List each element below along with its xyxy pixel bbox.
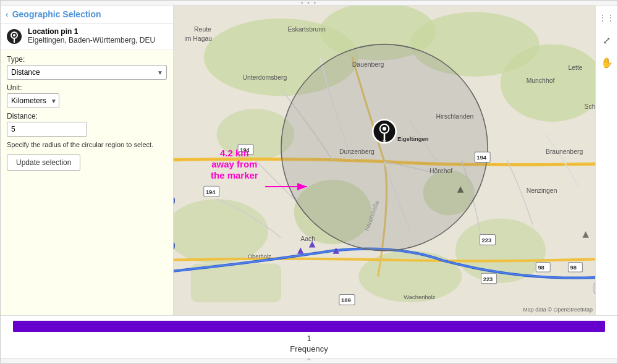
svg-text:Nenzingen: Nenzingen: [527, 187, 557, 194]
location-detail: Eigeltingen, Baden-Württemberg, DEU: [28, 36, 155, 46]
panel-title: Geographic Selection: [12, 9, 101, 19]
svg-text:Lette: Lette: [568, 64, 582, 71]
bottom-handle-icon: ⌃: [305, 357, 313, 365]
unit-label: Unit:: [7, 83, 167, 92]
bottom-section: 1 Frequency: [1, 315, 617, 358]
main-container: • • • ‹ Geographic Selection Location pi…: [0, 0, 618, 364]
frequency-label: Frequency: [290, 344, 328, 353]
toolbar-dots-button[interactable]: ⋮⋮: [598, 9, 616, 27]
svg-text:Aach: Aach: [300, 235, 315, 242]
svg-text:Hirschlanden: Hirschlanden: [436, 113, 474, 120]
right-toolbar: ⋮⋮ ⤢ ✋: [595, 6, 617, 315]
svg-text:Braunenberg: Braunenberg: [546, 148, 583, 155]
svg-text:Eigeltingen: Eigeltingen: [397, 135, 429, 142]
svg-text:189: 189: [341, 297, 351, 303]
content-area: ‹ Geographic Selection Location pin 1 Ei…: [1, 6, 617, 315]
location-info: Location pin 1 Eigeltingen, Baden-Württe…: [28, 27, 155, 46]
location-row: Location pin 1 Eigeltingen, Baden-Württe…: [1, 23, 173, 50]
toolbar-expand-button[interactable]: ⤢: [598, 32, 616, 49]
hint-text: Specify the radius of the circular regio…: [7, 140, 167, 150]
svg-text:Dunzenberg: Dunzenberg: [339, 148, 375, 155]
svg-text:Hörehof: Hörehof: [430, 167, 452, 174]
type-select-wrapper: Distance Polygon Circle ▼: [7, 65, 167, 80]
type-label: Type:: [7, 55, 167, 64]
frequency-number: 1: [307, 334, 311, 343]
map-area[interactable]: Dunzenberg Unterdomsberg Dauenberg Hirsc…: [174, 6, 595, 315]
svg-text:194: 194: [206, 188, 216, 195]
unit-select[interactable]: Kilometers Miles Meters: [7, 93, 59, 108]
svg-text:194: 194: [476, 154, 486, 161]
type-select[interactable]: Distance Polygon Circle: [7, 65, 167, 80]
frequency-bar-fill: [13, 321, 605, 332]
svg-text:im Hagau: im Hagau: [184, 35, 212, 42]
svg-text:Reute: Reute: [194, 26, 211, 33]
update-selection-button[interactable]: Update selection: [7, 154, 80, 171]
svg-rect-13: [191, 264, 281, 303]
svg-text:Eskartsbrunn: Eskartsbrunn: [287, 26, 326, 33]
location-name: Location pin 1: [28, 27, 155, 36]
location-pin-icon: [6, 28, 23, 45]
distance-label: Distance:: [7, 112, 167, 121]
svg-text:98: 98: [538, 264, 544, 271]
svg-text:223: 223: [483, 276, 493, 282]
distance-row: Distance:: [7, 112, 167, 137]
unit-row: Unit: Kilometers Miles Meters ▼: [7, 83, 167, 108]
toolbar-dots-icon: ⋮⋮: [599, 14, 615, 22]
svg-text:223: 223: [482, 237, 492, 243]
type-row: Type: Distance Polygon Circle ▼: [7, 55, 167, 80]
form-area: Type: Distance Polygon Circle ▼ Unit:: [1, 50, 173, 315]
unit-input-row: Kilometers Miles Meters ▼: [7, 93, 167, 108]
svg-text:Wachenholz: Wachenholz: [404, 294, 436, 300]
bottom-resize-handle[interactable]: ⌃: [1, 358, 617, 363]
svg-text:Schlierbahn: Schlierbahn: [585, 103, 595, 110]
unit-select-wrapper: Kilometers Miles Meters ▼: [7, 93, 59, 108]
expand-icon: ⤢: [603, 35, 611, 46]
svg-point-2: [13, 34, 15, 36]
svg-text:98: 98: [570, 264, 577, 271]
svg-text:194: 194: [240, 146, 250, 153]
hand-icon: ✋: [601, 57, 613, 69]
top-resize-handle[interactable]: • • •: [1, 1, 617, 6]
svg-point-19: [383, 127, 386, 130]
back-button[interactable]: ‹: [6, 9, 9, 19]
left-panel: ‹ Geographic Selection Location pin 1 Ei…: [1, 6, 174, 315]
frequency-bar: [13, 321, 605, 332]
panel-header: ‹ Geographic Selection: [1, 6, 173, 23]
svg-text:Unterdomsberg: Unterdomsberg: [242, 74, 287, 81]
map-svg: Dunzenberg Unterdomsberg Dauenberg Hirsc…: [174, 6, 595, 315]
svg-text:Munchhof: Munchhof: [527, 77, 555, 84]
svg-text:Oberholz: Oberholz: [248, 253, 271, 260]
svg-text:Dauenberg: Dauenberg: [352, 61, 384, 68]
distance-input[interactable]: [7, 122, 87, 137]
toolbar-hand-button[interactable]: ✋: [598, 54, 616, 71]
svg-point-16: [281, 44, 488, 251]
